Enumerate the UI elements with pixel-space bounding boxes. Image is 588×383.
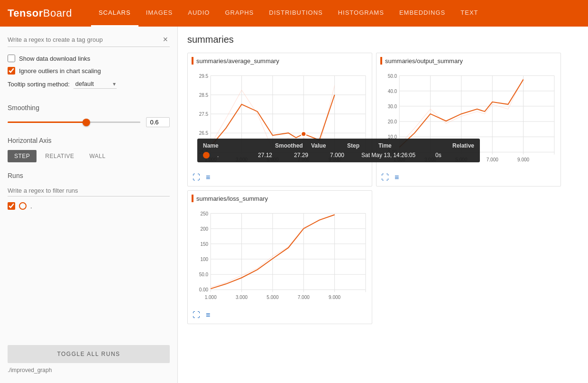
- show-download-checkbox[interactable]: [8, 55, 15, 62]
- main-content: summaries summaries/average_summary: [178, 27, 588, 383]
- nav-embeddings[interactable]: EMBEDDINGS: [392, 0, 453, 27]
- svg-text:5.000: 5.000: [455, 157, 468, 162]
- nav-audio[interactable]: AUDIO: [180, 0, 217, 27]
- run-checkbox[interactable]: [8, 202, 15, 210]
- smoothing-section: Smoothing: [8, 104, 170, 127]
- svg-text:9.000: 9.000: [329, 295, 341, 300]
- runs-filter-input[interactable]: [8, 185, 170, 196]
- sidebar: × Show data download links Ignore outlie…: [0, 27, 178, 383]
- ignore-outliers-label: Ignore outliers in chart scaling: [19, 67, 101, 75]
- chart2-controls: ⛶ ≡: [380, 173, 557, 182]
- svg-text:250: 250: [200, 211, 208, 216]
- svg-text:28.5: 28.5: [199, 93, 209, 98]
- svg-text:40.0: 40.0: [388, 89, 397, 94]
- svg-text:26.5: 26.5: [199, 131, 209, 136]
- chart1-controls: ⛶ ≡: [192, 173, 368, 182]
- svg-text:29.5: 29.5: [199, 74, 209, 79]
- smoothing-slider[interactable]: [8, 121, 140, 123]
- svg-text:50.0: 50.0: [199, 272, 209, 277]
- svg-text:9.000: 9.000: [329, 157, 341, 162]
- run-label: .: [30, 203, 32, 210]
- run-item[interactable]: .: [8, 202, 170, 210]
- runs-section: Runs .: [8, 172, 170, 332]
- chart2-svg: 0.00 10.0 20.0 30.0 40.0 50.0 1.000 3.00…: [380, 66, 557, 171]
- toggle-all-runs-button[interactable]: TOGGLE ALL RUNS: [8, 345, 170, 363]
- slider-row: [8, 117, 170, 127]
- chart1-title-bar: [192, 57, 193, 65]
- axis-step-button[interactable]: STEP: [8, 150, 37, 162]
- chart1-expand-icon[interactable]: ⛶: [192, 173, 201, 182]
- close-icon[interactable]: ×: [161, 34, 170, 45]
- show-download-row[interactable]: Show data download links: [8, 55, 170, 62]
- layout: × Show data download links Ignore outlie…: [0, 27, 588, 383]
- svg-text:3.000: 3.000: [424, 157, 437, 162]
- axis-relative-button[interactable]: RELATIVE: [38, 150, 81, 162]
- chart1-area: 25.5 26.5 27.5 28.5 29.5 1.000 3.000 5.0…: [192, 66, 368, 171]
- chart3-title: summaries/loss_summary: [192, 195, 368, 202]
- chart3-title-bar: [192, 195, 193, 202]
- svg-text:3.000: 3.000: [236, 157, 248, 162]
- runs-title: Runs: [8, 172, 170, 179]
- smoothing-value-input[interactable]: [146, 117, 170, 127]
- nav-images[interactable]: IMAGES: [138, 0, 181, 27]
- svg-text:1.000: 1.000: [205, 157, 217, 162]
- svg-text:100: 100: [200, 257, 208, 262]
- chart-average-summary: summaries/average_summary: [187, 53, 372, 187]
- svg-text:0.00: 0.00: [199, 287, 209, 292]
- chart3-controls: ⛶ ≡: [192, 310, 368, 320]
- svg-text:200: 200: [200, 226, 208, 232]
- show-download-label: Show data download links: [19, 55, 90, 62]
- svg-text:25.5: 25.5: [199, 149, 209, 155]
- chart3-area: 0.00 50.0 100 150 200 250 1.000 3.000 5.…: [192, 204, 368, 308]
- chart2-title-bar: [380, 57, 382, 65]
- nav-histograms[interactable]: HISTOGRAMS: [331, 0, 392, 27]
- axis-buttons-group: STEP RELATIVE WALL: [8, 150, 170, 162]
- chart2-area: 0.00 10.0 20.0 30.0 40.0 50.0 1.000 3.00…: [380, 66, 557, 171]
- axis-wall-button[interactable]: WALL: [83, 150, 112, 162]
- horizontal-axis-section: Horizontal Axis STEP RELATIVE WALL: [8, 137, 170, 162]
- svg-text:9.000: 9.000: [517, 157, 530, 162]
- chart1-hover-dot: [301, 131, 306, 136]
- chart2-title: summaries/output_summary: [380, 57, 557, 65]
- charts-grid: summaries/average_summary: [187, 53, 579, 324]
- svg-text:3.000: 3.000: [236, 295, 248, 300]
- svg-text:1.000: 1.000: [205, 295, 217, 300]
- chart3-svg: 0.00 50.0 100 150 200 250 1.000 3.000 5.…: [192, 204, 368, 308]
- nav-text[interactable]: TEXT: [453, 0, 486, 27]
- run-dot-icon: [19, 202, 27, 210]
- chart1-svg: 25.5 26.5 27.5 28.5 29.5 1.000 3.000 5.0…: [192, 66, 368, 171]
- nav-distributions[interactable]: DISTRIBUTIONS: [261, 0, 330, 27]
- chart-output-summary: summaries/output_summary: [376, 53, 561, 187]
- nav-scalars[interactable]: SCALARS: [91, 0, 138, 27]
- settings-section: Show data download links Ignore outliers…: [8, 55, 170, 96]
- svg-text:20.0: 20.0: [388, 119, 397, 124]
- svg-text:7.000: 7.000: [298, 295, 310, 300]
- footer-path: ./improved_graph: [8, 363, 170, 375]
- chart1-menu-icon[interactable]: ≡: [205, 173, 211, 182]
- svg-text:1.000: 1.000: [394, 157, 406, 162]
- tooltip-sort-select[interactable]: default ascending descending nearest: [74, 79, 117, 89]
- ignore-outliers-row[interactable]: Ignore outliers in chart scaling: [8, 67, 170, 75]
- svg-text:5.000: 5.000: [266, 295, 279, 300]
- logo: TensorBoard: [8, 7, 72, 19]
- chart3-menu-icon[interactable]: ≡: [205, 310, 211, 320]
- tag-group-regex-input[interactable]: [8, 36, 161, 43]
- chart2-menu-icon[interactable]: ≡: [394, 173, 400, 182]
- chart3-expand-icon[interactable]: ⛶: [192, 310, 201, 320]
- tooltip-sort-label: Tooltip sorting method:: [8, 81, 70, 88]
- nav-graphs[interactable]: GRAPHS: [217, 0, 261, 27]
- svg-text:10.0: 10.0: [388, 134, 397, 140]
- axis-title: Horizontal Axis: [8, 137, 170, 144]
- svg-text:50.0: 50.0: [388, 74, 397, 79]
- tooltip-sort-row: Tooltip sorting method: default ascendin…: [8, 79, 170, 89]
- svg-text:27.5: 27.5: [199, 112, 209, 117]
- svg-text:30.0: 30.0: [388, 104, 397, 109]
- svg-text:7.000: 7.000: [487, 157, 499, 162]
- page-title: summaries: [187, 34, 579, 45]
- chart-loss-summary: summaries/loss_summary: [187, 190, 372, 324]
- main-nav: SCALARS IMAGES AUDIO GRAPHS DISTRIBUTION…: [91, 0, 486, 27]
- svg-text:150: 150: [200, 242, 208, 247]
- ignore-outliers-checkbox[interactable]: [8, 67, 15, 75]
- svg-text:7.000: 7.000: [298, 157, 310, 162]
- chart2-expand-icon[interactable]: ⛶: [380, 173, 390, 182]
